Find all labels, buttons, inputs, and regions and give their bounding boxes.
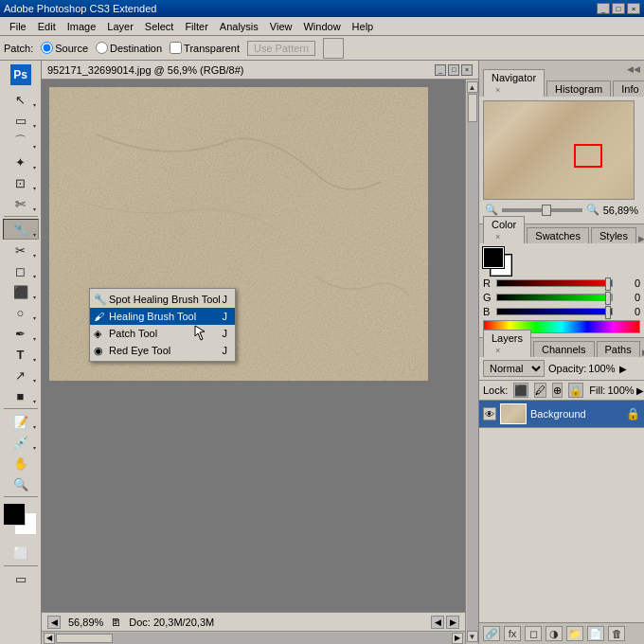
- tab-navigator[interactable]: Navigator ×: [483, 69, 545, 97]
- tool-move[interactable]: ↖▾: [3, 89, 39, 110]
- layer-visibility-toggle[interactable]: 👁: [483, 407, 496, 420]
- tool-quick-select[interactable]: ✦▾: [3, 152, 39, 172]
- canvas-status-arrows[interactable]: ◀: [47, 616, 61, 629]
- menu-help[interactable]: Help: [347, 19, 380, 34]
- tool-gradient[interactable]: ⬛▾: [3, 281, 39, 302]
- horizontal-scrollbar[interactable]: ◀ ▶: [42, 631, 465, 644]
- menu-analysis[interactable]: Analysis: [214, 19, 264, 34]
- tool-type[interactable]: T▾: [3, 344, 39, 365]
- scroll-up-arrow[interactable]: ▲: [467, 81, 478, 93]
- navigator-tab-close[interactable]: ×: [495, 85, 500, 95]
- window-controls[interactable]: _ □ ×: [597, 3, 640, 14]
- v-scroll-thumb[interactable]: [468, 94, 477, 122]
- foreground-color-swatch[interactable]: [3, 503, 26, 526]
- close-button[interactable]: ×: [627, 3, 640, 14]
- red-slider-track[interactable]: [496, 279, 613, 287]
- lock-position-btn[interactable]: ⊕: [552, 383, 563, 398]
- tab-info[interactable]: Info: [613, 80, 644, 97]
- zoom-slider-thumb[interactable]: [542, 205, 551, 216]
- green-slider-thumb[interactable]: [605, 292, 611, 305]
- transparent-checkbox[interactable]: Transparent: [170, 42, 240, 54]
- tool-blur[interactable]: ○▾: [3, 302, 39, 323]
- new-layer-btn[interactable]: 📄: [587, 626, 604, 641]
- link-layers-btn[interactable]: 🔗: [483, 626, 500, 641]
- canvas-area[interactable]: 🔧 Spot Healing Brush Tool J 🖌 Healing Br…: [42, 80, 465, 612]
- h-scroll-thumb[interactable]: [56, 634, 113, 643]
- menu-window[interactable]: Window: [297, 19, 346, 34]
- foreground-color-box[interactable]: [483, 247, 504, 268]
- navigator-viewport-box[interactable]: [574, 144, 602, 168]
- scroll-right2-btn[interactable]: ▶: [446, 616, 459, 629]
- menu-view[interactable]: View: [264, 19, 298, 34]
- use-pattern-button[interactable]: Use Pattern: [247, 41, 315, 56]
- quick-mask-btn[interactable]: ⬜: [3, 543, 39, 564]
- new-adjustment-btn[interactable]: ◑: [546, 626, 563, 641]
- blue-slider-track[interactable]: [496, 308, 613, 315]
- green-slider-track[interactable]: [496, 294, 613, 301]
- h-scroll-track[interactable]: [55, 633, 452, 644]
- tool-lasso[interactable]: ⌒▾: [3, 131, 39, 152]
- tool-eyedropper[interactable]: 💉▾: [3, 432, 39, 453]
- tab-color[interactable]: Color ×: [483, 216, 525, 243]
- v-scroll-track[interactable]: [467, 93, 478, 631]
- blend-mode-select[interactable]: Normal: [483, 360, 545, 377]
- tool-slice[interactable]: ✄▾: [3, 193, 39, 214]
- scroll-down-arrow[interactable]: ▼: [467, 631, 478, 642]
- tool-path-select[interactable]: ↗▾: [3, 365, 39, 385]
- menu-image[interactable]: Image: [62, 19, 102, 34]
- canvas-maximize[interactable]: □: [448, 64, 459, 76]
- pattern-swatch[interactable]: [323, 38, 344, 59]
- add-style-btn[interactable]: fx: [504, 626, 521, 641]
- opacity-arrow[interactable]: ▶: [619, 364, 627, 374]
- menu-filter[interactable]: Filter: [179, 19, 213, 34]
- tool-clone[interactable]: ✂▾: [3, 240, 39, 260]
- source-radio[interactable]: Source: [41, 42, 88, 54]
- ctx-healing-brush[interactable]: 🖌 Healing Brush Tool J: [90, 308, 235, 325]
- layer-background[interactable]: 👁 Background 🔒: [479, 401, 644, 428]
- tab-styles[interactable]: Styles: [591, 227, 636, 243]
- destination-radio[interactable]: Destination: [96, 42, 162, 54]
- tool-shape[interactable]: ■▾: [3, 385, 39, 406]
- lock-all-btn[interactable]: 🔒: [568, 383, 583, 398]
- canvas-window-controls[interactable]: _ □ ×: [435, 64, 473, 76]
- menu-edit[interactable]: Edit: [32, 19, 62, 34]
- ctx-red-eye[interactable]: ◉ Red Eye Tool J: [90, 342, 235, 359]
- red-slider-thumb[interactable]: [605, 277, 611, 291]
- tab-layers[interactable]: Layers ×: [483, 330, 531, 357]
- lock-transparent-btn[interactable]: ⬛: [513, 383, 528, 398]
- lock-pixels-btn[interactable]: 🖊: [534, 383, 546, 398]
- ctx-patch-tool[interactable]: ◈ Patch Tool J: [90, 325, 235, 342]
- add-mask-btn[interactable]: ◻: [525, 626, 542, 641]
- delete-layer-btn[interactable]: 🗑: [608, 626, 625, 641]
- tab-histogram[interactable]: Histogram: [546, 80, 611, 97]
- color-tab-close[interactable]: ×: [495, 232, 500, 242]
- tool-spot-healing[interactable]: 🔧▾: [3, 219, 39, 240]
- scroll-right-btn[interactable]: ◀: [431, 616, 444, 629]
- tool-hand[interactable]: ✋: [3, 453, 39, 474]
- vertical-scrollbar[interactable]: ▲ ▼: [465, 80, 478, 644]
- tab-channels[interactable]: Channels: [533, 341, 594, 357]
- zoom-slider[interactable]: [502, 208, 582, 212]
- scroll-right-arrow[interactable]: ▶: [452, 633, 463, 644]
- ctx-spot-healing[interactable]: 🔧 Spot Healing Brush Tool J: [90, 291, 235, 308]
- tool-crop[interactable]: ⊡▾: [3, 172, 39, 193]
- new-group-btn[interactable]: 📁: [566, 626, 583, 641]
- menu-file[interactable]: File: [4, 19, 32, 34]
- color-menu-icon[interactable]: ▶: [638, 234, 644, 243]
- tab-paths[interactable]: Paths: [597, 341, 640, 357]
- minimize-button[interactable]: _: [597, 3, 610, 14]
- canvas-minimize[interactable]: _: [435, 64, 446, 76]
- tool-zoom[interactable]: 🔍: [3, 474, 39, 494]
- tool-pen[interactable]: ✒▾: [3, 323, 39, 344]
- tool-eraser[interactable]: ◻▾: [3, 260, 39, 281]
- scroll-left-arrow[interactable]: ◀: [44, 633, 55, 644]
- canvas-nav-arrows[interactable]: ◀ ▶: [431, 616, 459, 629]
- canvas-close[interactable]: ×: [461, 64, 473, 76]
- menu-select[interactable]: Select: [139, 19, 180, 34]
- scroll-left-btn[interactable]: ◀: [47, 616, 61, 629]
- fill-arrow[interactable]: ▶: [636, 385, 644, 396]
- tool-notes[interactable]: 📝▾: [3, 411, 39, 432]
- maximize-button[interactable]: □: [612, 3, 625, 14]
- screen-mode-btn[interactable]: ▭: [3, 568, 39, 589]
- menu-layer[interactable]: Layer: [101, 19, 139, 34]
